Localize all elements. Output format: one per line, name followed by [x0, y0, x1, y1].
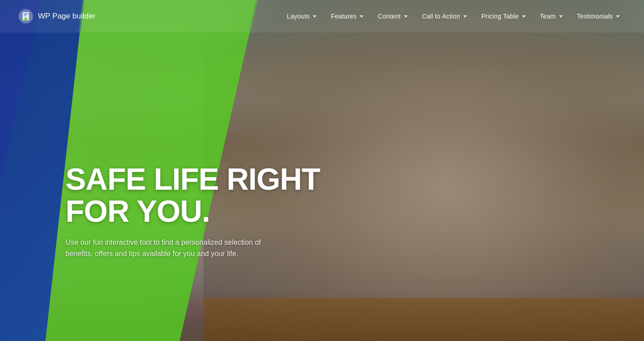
chevron-down-icon — [360, 15, 363, 18]
nav-item-cta: Call to Action — [416, 9, 474, 23]
nav-item-layouts: Layouts — [281, 9, 323, 23]
brand-name: WP Page builder — [38, 12, 95, 21]
chevron-down-icon — [404, 15, 408, 18]
nav-link-cta[interactable]: Call to Action — [416, 9, 474, 23]
nav-menu: Layouts Features Content Call to Action — [281, 9, 626, 23]
nav-item-testimonials: Testimonials — [571, 9, 626, 23]
nav-link-pricing[interactable]: Pricing Table — [475, 9, 532, 23]
chevron-down-icon — [559, 15, 563, 18]
hero-content: SAFE LIFE RIGHT FOR YOU. Use our fun int… — [66, 163, 320, 260]
nav-item-features: Features — [324, 9, 370, 23]
chevron-down-icon — [313, 15, 316, 18]
chevron-down-icon — [463, 15, 467, 18]
navbar: WP Page builder Layouts Features Content — [0, 0, 644, 33]
nav-link-layouts[interactable]: Layouts — [281, 9, 323, 23]
hero-title: SAFE LIFE RIGHT FOR YOU. — [66, 163, 320, 228]
nav-item-team: Team — [534, 9, 569, 23]
nav-link-testimonials[interactable]: Testimonials — [571, 9, 626, 23]
nav-link-team[interactable]: Team — [534, 9, 569, 23]
svg-rect-4 — [24, 15, 27, 16]
chevron-down-icon — [522, 15, 526, 18]
chevron-down-icon — [616, 15, 620, 18]
svg-rect-3 — [24, 14, 28, 14]
nav-link-features[interactable]: Features — [324, 9, 370, 23]
nav-link-content[interactable]: Content — [371, 9, 414, 23]
table-surface — [203, 298, 644, 341]
brand-logo[interactable]: WP Page builder — [18, 9, 95, 24]
hero-section: WP Page builder Layouts Features Content — [0, 0, 644, 341]
nav-item-content: Content — [371, 9, 414, 23]
nav-item-pricing: Pricing Table — [475, 9, 532, 23]
logo-icon — [18, 9, 33, 24]
hero-subtitle: Use our fun interactive tool to find a p… — [66, 237, 287, 260]
